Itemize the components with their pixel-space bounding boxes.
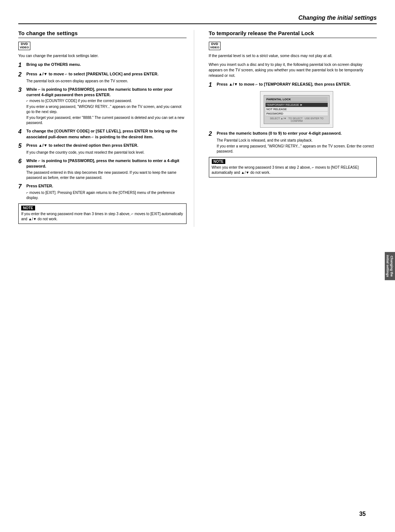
dvd-badge-left: DVD VIDEO <box>18 42 30 50</box>
step-5-note: If you change the country code, you must… <box>26 150 187 155</box>
page-container: Changing the initial settings To change … <box>0 0 395 532</box>
screen-row-1: TEMPORARY RELEASE ► <box>266 103 328 107</box>
step-number-4: 4 <box>18 128 25 135</box>
right-step-number-1: 1 <box>209 82 215 88</box>
step-4-text: To change the [COUNTRY CODE] or [SET LEV… <box>26 128 187 140</box>
screen-title: PARENTAL LOCK <box>266 97 328 102</box>
left-column: To change the settings DVD VIDEO You can… <box>18 30 194 227</box>
dvd-badge-bottom-left: VIDEO <box>20 46 29 49</box>
step-7-text: Press ENTER. <box>26 183 53 189</box>
dvd-badge-bottom-right: VIDEO <box>210 46 219 49</box>
step-number-7: 7 <box>18 183 25 190</box>
step-number-3: 3 <box>18 87 25 93</box>
left-intro: You can change the parental lock setting… <box>18 53 187 59</box>
right-note-box: NOTE When you enter the wrong password 3… <box>209 157 377 177</box>
dvd-badge-right: DVD VIDEO <box>209 42 221 50</box>
step-6-text: While ⌐ is pointing to [PASSWORD], press… <box>26 158 187 169</box>
left-step-6: 6 While ⌐ is pointing to [PASSWORD], pre… <box>18 158 187 180</box>
left-step-3: 3 While ⌐ is pointing to [PASSWORD], pre… <box>18 87 187 126</box>
screen-mockup-container: PARENTAL LOCK TEMPORARY RELEASE ► NOT RE… <box>217 91 377 128</box>
page-header-title: Changing the initial settings <box>18 15 377 24</box>
step-7-note: ⌐ moves to [EXIT]. Pressing ENTER again … <box>26 190 187 201</box>
left-step-5: 5 Press ▲/▼ to select the desired option… <box>18 143 187 155</box>
two-column-layout: To change the settings DVD VIDEO You can… <box>18 30 377 227</box>
left-step-2: 2 Press ▲/▼ to move ⌐ to select [PARENTA… <box>18 71 187 84</box>
side-tab-text: Changing theinitial settings <box>386 255 394 277</box>
right-note-title: NOTE <box>212 159 226 164</box>
step-3-note-1: ⌐ moves to [COUNTRY CODE] if you enter t… <box>26 98 187 104</box>
right-intro-1: If the parental level is set to a strict… <box>209 53 377 59</box>
step-6-note: The password entered in this step become… <box>26 170 187 180</box>
step-3-note-3: If you forget your password, enter "8888… <box>26 115 187 125</box>
step-number-6: 6 <box>18 158 25 165</box>
step-number-1: 1 <box>18 62 25 68</box>
step-3-text: While ⌐ is pointing to [PASSWORD], press… <box>26 87 187 98</box>
right-step-2: 2 Press the numeric buttons (0 to 9) to … <box>209 131 377 154</box>
page-number: 35 <box>359 511 366 517</box>
step-3-note-2: If you enter a wrong password, "WRONG! R… <box>26 104 187 115</box>
right-step-1-text: Press ▲/▼ to move ⌐ to [TEMPORARY RELEAS… <box>217 82 351 87</box>
left-note-title: NOTE <box>21 206 35 210</box>
right-step-2-note-1: The Parental Lock is released, and the u… <box>217 138 377 143</box>
right-note-text: When you enter the wrong password 3 time… <box>212 165 374 175</box>
step-1-text: Bring up the OTHERS menu. <box>26 62 81 67</box>
screen-bottom-bar: SELECT ▲/▼ TO SELECT USE ENTER TO CONFIR… <box>266 117 328 122</box>
screen-row-2: NOT RELEASE <box>266 107 328 112</box>
left-note-text: If you enter the wrong password more tha… <box>21 211 184 222</box>
right-step-number-2: 2 <box>209 131 215 137</box>
left-section-title: To change the settings <box>18 30 187 38</box>
right-step-1: 1 Press ▲/▼ to move ⌐ to [TEMPORARY RELE… <box>209 82 377 88</box>
step-number-5: 5 <box>18 143 25 149</box>
right-step-2-text: Press the numeric buttons (0 to 9) to en… <box>217 131 342 136</box>
step-2-note: The parental lock on-screen display appe… <box>26 79 187 84</box>
right-intro-2: When you insert such a disc and try to p… <box>209 62 377 78</box>
step-5-text: Press ▲/▼ to select the desired option t… <box>26 143 138 148</box>
left-note-box: NOTE If you enter the wrong password mor… <box>18 203 187 224</box>
screen-inner: PARENTAL LOCK TEMPORARY RELEASE ► NOT RE… <box>264 95 330 124</box>
left-step-7: 7 Press ENTER. ⌐ moves to [EXIT]. Pressi… <box>18 183 187 201</box>
screen-image: PARENTAL LOCK TEMPORARY RELEASE ► NOT RE… <box>260 91 333 128</box>
screen-row-3: PASSWORD <box>266 112 328 116</box>
left-step-4: 4 To change the [COUNTRY CODE] or [SET L… <box>18 128 187 140</box>
left-step-1: 1 Bring up the OTHERS menu. <box>18 62 187 68</box>
step-2-text: Press ▲/▼ to move ⌐ to select [PARENTAL … <box>26 71 158 77</box>
side-tab: Changing theinitial settings <box>385 252 395 280</box>
right-section-title: To temporarily release the Parental Lock <box>209 30 377 38</box>
right-column: To temporarily release the Parental Lock… <box>205 30 377 227</box>
right-step-2-note-2: If you enter a wrong password, "WRONG! R… <box>217 144 377 154</box>
step-number-2: 2 <box>18 71 25 78</box>
